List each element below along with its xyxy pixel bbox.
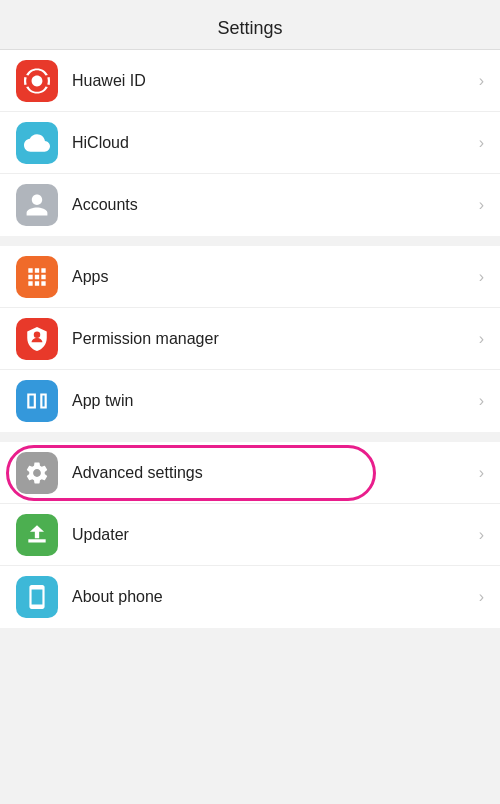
huawei-id-label: Huawei ID	[72, 72, 471, 90]
app-twin-chevron: ›	[479, 392, 484, 410]
updater-chevron: ›	[479, 526, 484, 544]
about-phone-icon	[16, 576, 58, 618]
apps-chevron: ›	[479, 268, 484, 286]
apps-label: Apps	[72, 268, 471, 286]
settings-item-updater[interactable]: Updater ›	[0, 504, 500, 566]
settings-group-2: Apps › Permission manager › App twin ›	[0, 246, 500, 432]
page-header: Settings	[0, 0, 500, 50]
about-phone-label: About phone	[72, 588, 471, 606]
settings-group-1: Huawei ID › HiCloud › Accounts ›	[0, 50, 500, 236]
apps-icon	[16, 256, 58, 298]
permission-manager-chevron: ›	[479, 330, 484, 348]
hicloud-label: HiCloud	[72, 134, 471, 152]
settings-item-permission-manager[interactable]: Permission manager ›	[0, 308, 500, 370]
settings-item-huawei-id[interactable]: Huawei ID ›	[0, 50, 500, 112]
settings-group-3: Advanced settings › Updater › About phon…	[0, 442, 500, 628]
hicloud-icon	[16, 122, 58, 164]
hicloud-chevron: ›	[479, 134, 484, 152]
accounts-icon	[16, 184, 58, 226]
advanced-settings-label: Advanced settings	[72, 464, 471, 482]
accounts-label: Accounts	[72, 196, 471, 214]
settings-item-accounts[interactable]: Accounts ›	[0, 174, 500, 236]
settings-item-app-twin[interactable]: App twin ›	[0, 370, 500, 432]
settings-item-apps[interactable]: Apps ›	[0, 246, 500, 308]
updater-label: Updater	[72, 526, 471, 544]
app-twin-label: App twin	[72, 392, 471, 410]
page-title: Settings	[0, 18, 500, 39]
settings-item-advanced-settings[interactable]: Advanced settings ›	[0, 442, 500, 504]
huawei-id-icon	[16, 60, 58, 102]
app-twin-icon	[16, 380, 58, 422]
permission-manager-label: Permission manager	[72, 330, 471, 348]
advanced-settings-chevron: ›	[479, 464, 484, 482]
updater-icon	[16, 514, 58, 556]
accounts-chevron: ›	[479, 196, 484, 214]
settings-item-hicloud[interactable]: HiCloud ›	[0, 112, 500, 174]
huawei-id-chevron: ›	[479, 72, 484, 90]
settings-item-about-phone[interactable]: About phone ›	[0, 566, 500, 628]
advanced-settings-icon	[16, 452, 58, 494]
permission-manager-icon	[16, 318, 58, 360]
about-phone-chevron: ›	[479, 588, 484, 606]
